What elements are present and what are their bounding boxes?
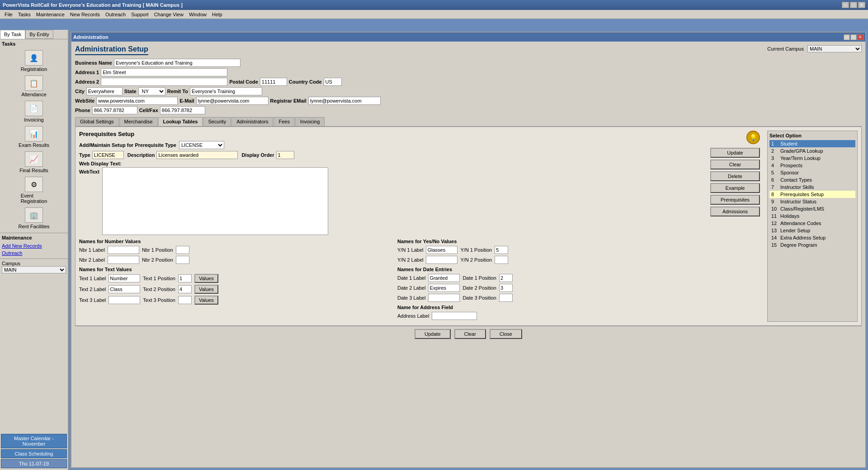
menu-help[interactable]: Help [209, 11, 225, 18]
menu-new-records[interactable]: New Records [67, 11, 103, 18]
menu-support[interactable]: Support [128, 11, 151, 18]
title-bar: PowerVista RollCall for Everyone's Educa… [0, 0, 868, 10]
menu-window[interactable]: Window [186, 11, 209, 18]
maximize-btn[interactable]: □ [850, 2, 857, 8]
menu-change-view[interactable]: Change View [151, 11, 186, 18]
title-bar-controls: ─ □ ✕ [842, 2, 865, 8]
menu-outreach[interactable]: Outreach [103, 11, 128, 18]
menu-bar: File Tasks Maintenance New Records Outre… [0, 10, 868, 19]
menu-maintenance[interactable]: Maintenance [33, 11, 67, 18]
minimize-btn[interactable]: ─ [842, 2, 849, 8]
menu-tasks[interactable]: Tasks [15, 11, 33, 18]
close-btn[interactable]: ✕ [858, 2, 865, 8]
title-bar-text: PowerVista RollCall for Everyone's Educa… [3, 2, 183, 8]
menu-file[interactable]: File [2, 11, 15, 18]
